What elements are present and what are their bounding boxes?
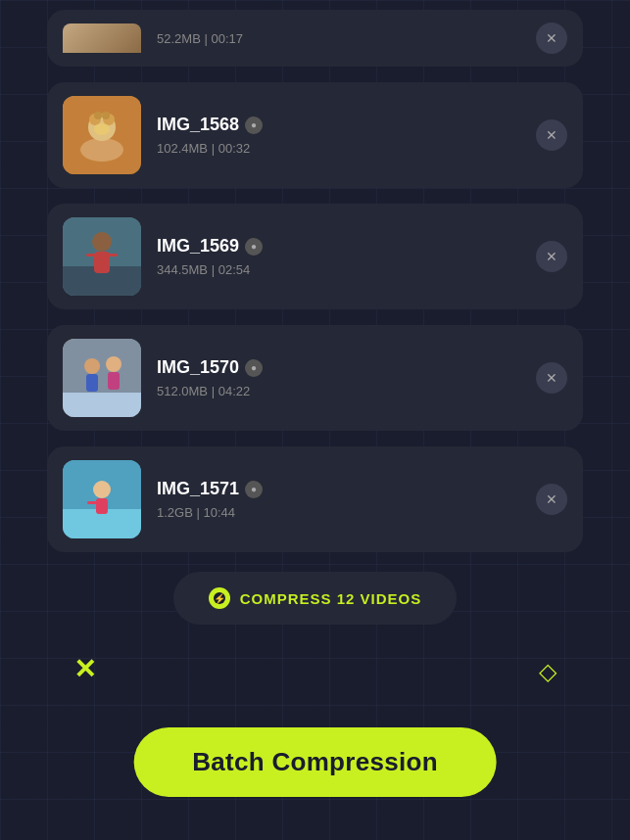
- remove-btn-1568[interactable]: ✕: [536, 119, 567, 151]
- video-info-1570: IMG_1570 ● 512.0MB | 04:22: [141, 357, 536, 398]
- thumb-scene-1569: [63, 217, 141, 296]
- compress-btn-label: COMPRESS 12 VIDEOS: [240, 590, 422, 607]
- check-icon-1570: ●: [245, 359, 263, 377]
- svg-point-16: [84, 358, 100, 374]
- decorative-diamond-icon: ◇: [539, 660, 557, 683]
- video-item-1570: IMG_1570 ● 512.0MB | 04:22 ✕: [47, 325, 583, 431]
- video-thumbnail-1568: [63, 96, 141, 174]
- video-info-1571: IMG_1571 ● 1.2GB | 10:44: [141, 479, 536, 520]
- video-info-partial: 52.2MB | 00:17: [141, 31, 536, 46]
- video-meta-1570: 512.0MB | 04:22: [157, 384, 536, 398]
- video-name-1568: IMG_1568 ●: [157, 115, 536, 135]
- svg-point-6: [102, 112, 110, 119]
- check-icon-1568: ●: [245, 117, 263, 134]
- compress-videos-button[interactable]: ⚡ COMPRESS 12 VIDEOS: [173, 572, 458, 625]
- video-thumbnail-1570: [63, 339, 141, 417]
- svg-rect-24: [87, 501, 97, 504]
- svg-rect-12: [86, 254, 96, 257]
- video-name-1570: IMG_1570 ●: [157, 357, 536, 378]
- thumb-scene-1570: [63, 339, 141, 417]
- video-info-1569: IMG_1569 ● 344.5MB | 02:54: [141, 236, 536, 277]
- video-meta-1571: 1.2GB | 10:44: [157, 505, 536, 520]
- video-meta-1569: 344.5MB | 02:54: [157, 262, 536, 277]
- svg-rect-23: [96, 498, 108, 514]
- svg-point-18: [106, 356, 121, 372]
- remove-btn-1570[interactable]: ✕: [536, 362, 567, 394]
- decorative-x-icon: ✕: [73, 656, 96, 683]
- remove-btn-1569[interactable]: ✕: [536, 241, 567, 272]
- thumb-scene-1568: [63, 96, 141, 174]
- svg-rect-13: [108, 254, 118, 257]
- close-icon-1570: ✕: [546, 370, 557, 386]
- svg-point-7: [94, 123, 110, 135]
- video-item-1569: IMG_1569 ● 344.5MB | 02:54 ✕: [47, 204, 583, 309]
- svg-point-1: [80, 138, 123, 162]
- video-info-1568: IMG_1568 ● 102.4MB | 00:32: [141, 115, 536, 156]
- video-item-1568: IMG_1568 ● 102.4MB | 00:32 ✕: [47, 82, 583, 188]
- video-meta-1568: 102.4MB | 00:32: [157, 141, 536, 156]
- remove-btn-1571[interactable]: ✕: [536, 484, 567, 515]
- video-name-1569: IMG_1569 ●: [157, 236, 536, 257]
- video-thumbnail-1571: [63, 460, 141, 538]
- compress-icon: ⚡: [209, 587, 230, 609]
- close-icon-partial: ✕: [546, 30, 557, 46]
- svg-point-22: [93, 481, 111, 498]
- compress-btn-wrapper: ⚡ COMPRESS 12 VIDEOS: [0, 572, 630, 625]
- video-size-partial: 52.2MB: [157, 31, 201, 46]
- check-icon-1569: ●: [245, 238, 263, 256]
- video-name-1571: IMG_1571 ●: [157, 479, 536, 499]
- svg-rect-11: [94, 252, 110, 273]
- video-thumbnail-1569: [63, 217, 141, 296]
- video-thumbnail-partial: [63, 23, 141, 53]
- svg-rect-17: [86, 374, 98, 392]
- compress-svg-icon: ⚡: [213, 591, 226, 605]
- svg-point-5: [94, 112, 102, 119]
- video-meta-partial: 52.2MB | 00:17: [157, 31, 536, 46]
- svg-rect-19: [108, 372, 120, 390]
- partial-video-item: 52.2MB | 00:17 ✕: [47, 10, 583, 67]
- check-icon-1571: ●: [245, 481, 263, 498]
- remove-btn-partial[interactable]: ✕: [536, 23, 567, 54]
- close-icon-1571: ✕: [546, 491, 557, 507]
- svg-rect-15: [63, 393, 141, 417]
- video-item-1571: IMG_1571 ● 1.2GB | 10:44 ✕: [47, 446, 583, 552]
- batch-compression-label: Batch Compression: [192, 747, 438, 776]
- svg-text:⚡: ⚡: [213, 592, 225, 605]
- batch-compression-button[interactable]: Batch Compression: [133, 727, 497, 797]
- close-icon-1568: ✕: [546, 127, 557, 143]
- thumb-scene-1571: [63, 460, 141, 538]
- svg-point-10: [92, 232, 112, 252]
- video-duration-partial: 00:17: [211, 31, 243, 46]
- close-icon-1569: ✕: [546, 249, 557, 264]
